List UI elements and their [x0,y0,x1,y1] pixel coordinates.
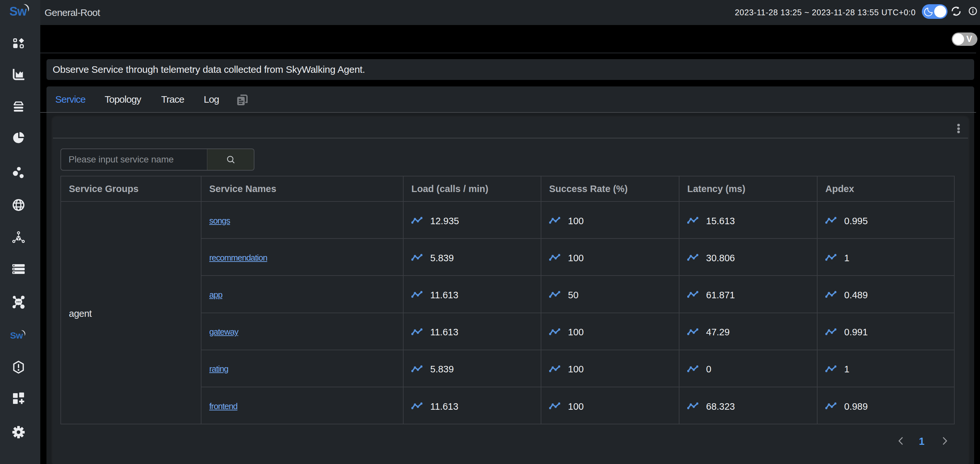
svg-text:Sw: Sw [10,5,27,18]
svg-text:Sw: Sw [10,331,23,340]
